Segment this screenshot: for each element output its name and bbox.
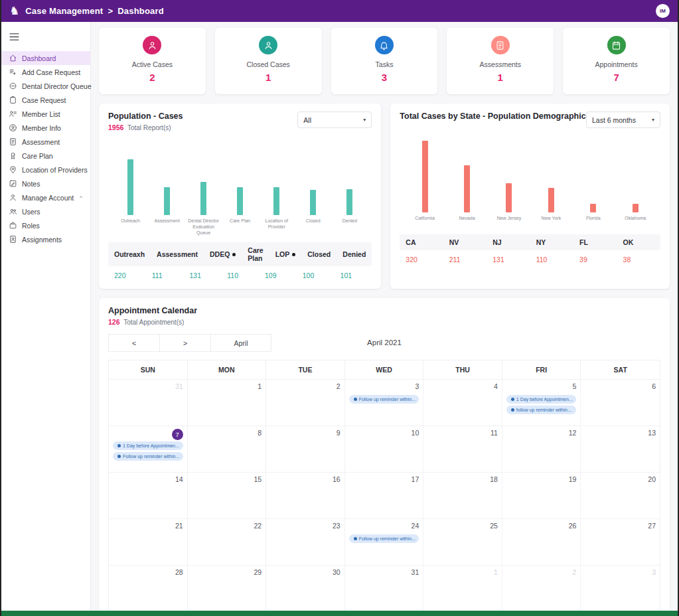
- bar-label: California: [404, 216, 445, 228]
- stat-card-appointments[interactable]: Appointments7: [563, 28, 670, 94]
- calendar-day-10[interactable]: 10: [345, 426, 424, 473]
- event-pill[interactable]: Follow up reminder within...: [113, 452, 183, 461]
- sidebar-item-add-case-request[interactable]: Add Case Request: [1, 65, 90, 79]
- stat-value: 3: [382, 72, 387, 83]
- calendar-day-24[interactable]: 24Follow up reminder within...: [345, 519, 424, 566]
- sidebar-item-label: Add Case Request: [22, 68, 80, 76]
- month-view-button[interactable]: April: [210, 334, 271, 352]
- calendar-day-18[interactable]: 18: [423, 473, 502, 519]
- hamburger-menu-icon[interactable]: [9, 31, 19, 43]
- calendar-day-23[interactable]: 23: [266, 519, 345, 566]
- calendar-day-17[interactable]: 17: [345, 473, 424, 519]
- calendar-day-11[interactable]: 11: [423, 426, 502, 473]
- calendar-day-19[interactable]: 19: [502, 473, 581, 519]
- bar-california: [404, 138, 445, 212]
- stat-card-active-cases[interactable]: Active Cases2: [99, 28, 206, 94]
- event-pill[interactable]: follow up reminder within...: [506, 406, 576, 414]
- appointment-calendar-card: Appointment Calendar 126 Total Appointme…: [99, 298, 670, 611]
- calendar-day-21[interactable]: 21: [109, 519, 188, 566]
- stat-label: Assessments: [480, 60, 521, 68]
- calendar-day-29[interactable]: 29: [188, 566, 267, 611]
- day-number: 25: [427, 522, 498, 533]
- bar-label: Florida: [572, 216, 614, 228]
- bar-new-york: [530, 138, 572, 212]
- day-events: Follow up reminder within...: [349, 395, 419, 404]
- selected-day: 7: [172, 429, 183, 440]
- calendar-day-22[interactable]: 22: [188, 519, 267, 566]
- table-cell: 100: [297, 266, 335, 282]
- chevron-up-icon: ^: [80, 194, 85, 200]
- calendar-day-26[interactable]: 26: [502, 519, 581, 566]
- calendar-day-7[interactable]: 71 Day before Appointmen...Follow up rem…: [109, 426, 188, 473]
- bar-denied: [331, 141, 368, 215]
- event-pill[interactable]: Follow up reminder within...: [349, 534, 419, 543]
- state-filter-select[interactable]: Last 6 months ▾: [586, 112, 660, 128]
- calendar-day-9[interactable]: 9: [266, 426, 345, 473]
- population-filter-select[interactable]: All ▾: [297, 112, 372, 128]
- breadcrumb-app-title[interactable]: Case Management: [25, 6, 103, 16]
- stat-cards-row: Active Cases2Closed Cases1Tasks3Assessme…: [99, 28, 670, 94]
- sidebar-item-location-of-providers[interactable]: Location of Providers: [1, 163, 90, 177]
- app-body: DashboardAdd Case RequestDental Director…: [1, 22, 678, 611]
- event-pill[interactable]: Follow up reminder within...: [349, 395, 419, 404]
- stat-card-closed-cases[interactable]: Closed Cases1: [215, 28, 322, 94]
- sidebar-item-member-info[interactable]: Member Info: [1, 121, 90, 135]
- bar: [127, 159, 133, 215]
- sidebar-item-users[interactable]: Users: [1, 204, 90, 218]
- day-number: 10: [349, 429, 419, 440]
- sidebar-item-notes[interactable]: Notes: [1, 177, 90, 191]
- population-bar-chart: [108, 141, 372, 215]
- calendar-day-25[interactable]: 25: [423, 519, 502, 566]
- day-header-tue: TUE: [266, 360, 345, 380]
- calendar-day-20[interactable]: 20: [581, 473, 660, 519]
- sidebar-item-label: Dashboard: [22, 54, 56, 62]
- total-appointments-label: Total Appointment(s): [123, 319, 184, 326]
- calendar-day-30[interactable]: 30: [266, 566, 345, 611]
- calendar-day-1[interactable]: 1: [423, 566, 502, 611]
- sidebar-item-label: Care Plan: [22, 152, 53, 160]
- calendar-day-14[interactable]: 14: [109, 473, 188, 519]
- calendar-day-2[interactable]: 2: [502, 566, 581, 611]
- calendar-day-27[interactable]: 27: [581, 519, 660, 566]
- calendar-day-13[interactable]: 13: [581, 426, 660, 473]
- sidebar-item-dental-director-queue[interactable]: Dental Director Queue: [1, 79, 90, 93]
- prev-month-button[interactable]: <: [108, 334, 160, 352]
- sidebar-item-assignments[interactable]: Assignments: [1, 232, 90, 246]
- calendar-day-28[interactable]: 28: [109, 566, 188, 611]
- sidebar-item-dashboard[interactable]: Dashboard: [1, 51, 90, 65]
- day-number: 12: [506, 429, 577, 440]
- calendar-day-31[interactable]: 31: [109, 380, 188, 426]
- calendar-day-8[interactable]: 8: [188, 426, 267, 473]
- sidebar-item-assessment[interactable]: Assessment: [1, 135, 90, 149]
- calendar-day-2[interactable]: 2: [266, 380, 345, 426]
- event-pill[interactable]: 1 Day before Appointmen...: [506, 395, 577, 404]
- calendar-day-4[interactable]: 4: [423, 380, 502, 426]
- next-month-button[interactable]: >: [159, 334, 211, 352]
- sidebar-item-case-request[interactable]: Case Request: [1, 93, 90, 107]
- sidebar-item-manage-account[interactable]: Manage Account^: [1, 191, 90, 204]
- calendar-day-5[interactable]: 51 Day before Appointmen...follow up rem…: [502, 380, 581, 426]
- calendar-day-16[interactable]: 16: [266, 473, 345, 519]
- calendar-day-12[interactable]: 12: [502, 426, 581, 473]
- event-pill[interactable]: 1 Day before Appointmen...: [113, 441, 183, 450]
- user-avatar[interactable]: IM: [656, 4, 670, 18]
- bar-assessment: [149, 141, 185, 215]
- sidebar-item-member-list[interactable]: Member List: [1, 107, 90, 121]
- calendar-day-3[interactable]: 3: [581, 566, 660, 611]
- calendar-day-1[interactable]: 1: [188, 380, 267, 426]
- bar: [548, 188, 554, 212]
- bar: [422, 141, 428, 212]
- stat-card-assessments[interactable]: Assessments1: [447, 28, 554, 94]
- calendar-day-3[interactable]: 3Follow up reminder within...: [345, 380, 424, 426]
- bar-florida: [572, 138, 614, 212]
- calendar-day-15[interactable]: 15: [188, 473, 267, 519]
- stat-card-tasks[interactable]: Tasks3: [331, 28, 438, 94]
- calendar-day-31[interactable]: 31: [345, 566, 424, 611]
- population-cases-card: Population - Cases 1956 Total Report(s) …: [99, 104, 381, 289]
- sidebar-item-care-plan[interactable]: Care Plan: [1, 149, 90, 163]
- charts-row: Population - Cases 1956 Total Report(s) …: [99, 104, 670, 289]
- day-header-sun: SUN: [109, 360, 188, 380]
- calendar-day-6[interactable]: 6: [581, 380, 660, 426]
- circle-dash-icon: [9, 82, 17, 90]
- sidebar-item-roles[interactable]: Roles: [1, 218, 90, 232]
